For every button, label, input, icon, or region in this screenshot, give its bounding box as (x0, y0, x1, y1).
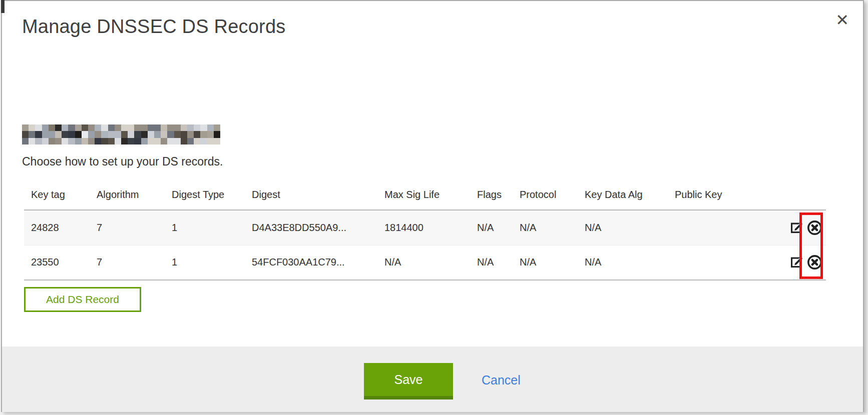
col-header-protocol: Protocol (513, 180, 578, 210)
col-header-key-data-alg: Key Data Alg (578, 180, 668, 210)
cell-algorithm: 7 (90, 245, 165, 280)
window-corner-artifact (1, 0, 5, 13)
ds-records-table: Key tag Algorithm Digest Type Digest Max… (24, 180, 826, 280)
edit-icon[interactable] (789, 254, 805, 270)
table-row: 23550 7 1 54FCF030AA1C79... N/A N/A N/A … (24, 245, 826, 280)
edit-icon[interactable] (789, 220, 805, 236)
cell-public-key (668, 245, 775, 280)
table-header-row: Key tag Algorithm Digest Type Digest Max… (24, 180, 826, 210)
cell-digest: D4A33E8DD550A9... (245, 210, 377, 245)
redacted-domain-name (22, 124, 220, 144)
cell-key-data-alg: N/A (578, 245, 668, 280)
cell-flags: N/A (470, 210, 513, 245)
cell-digest-type: 1 (165, 210, 245, 245)
close-icon[interactable]: ✕ (835, 12, 849, 28)
page-title: Manage DNSSEC DS Records (22, 16, 285, 38)
instruction-text: Choose how to set up your DS records. (22, 155, 223, 168)
col-header-digest: Digest (245, 180, 377, 210)
cell-protocol: N/A (513, 210, 578, 245)
table-row: 24828 7 1 D4A33E8DD550A9... 1814400 N/A … (24, 210, 826, 245)
delete-icon[interactable] (806, 254, 823, 270)
cell-max-sig-life: N/A (377, 245, 470, 280)
cell-actions (775, 245, 826, 280)
col-header-actions (775, 180, 826, 210)
col-header-key-tag: Key tag (24, 180, 90, 210)
cell-actions (775, 210, 826, 245)
col-header-public-key: Public Key (668, 180, 775, 210)
cell-flags: N/A (470, 245, 513, 280)
cell-key-tag: 24828 (24, 210, 90, 245)
col-header-algorithm: Algorithm (90, 180, 165, 210)
add-ds-record-button[interactable]: Add DS Record (24, 287, 141, 312)
col-header-digest-type: Digest Type (165, 180, 245, 210)
cell-key-tag: 23550 (24, 245, 90, 280)
modal-footer: Save Cancel (2, 346, 863, 412)
save-button[interactable]: Save (364, 363, 453, 400)
col-header-flags: Flags (470, 180, 513, 210)
cancel-link[interactable]: Cancel (482, 373, 521, 388)
cell-max-sig-life: 1814400 (377, 210, 470, 245)
cell-digest: 54FCF030AA1C79... (245, 245, 377, 280)
col-header-max-sig-life: Max Sig Life (377, 180, 470, 210)
manage-dnssec-modal: Manage DNSSEC DS Records ✕ Choose how to… (1, 0, 864, 412)
cell-algorithm: 7 (90, 210, 165, 245)
cell-key-data-alg: N/A (578, 210, 668, 245)
cell-public-key (668, 210, 775, 245)
delete-icon[interactable] (806, 220, 823, 236)
cell-protocol: N/A (513, 245, 578, 280)
cell-digest-type: 1 (165, 245, 245, 280)
